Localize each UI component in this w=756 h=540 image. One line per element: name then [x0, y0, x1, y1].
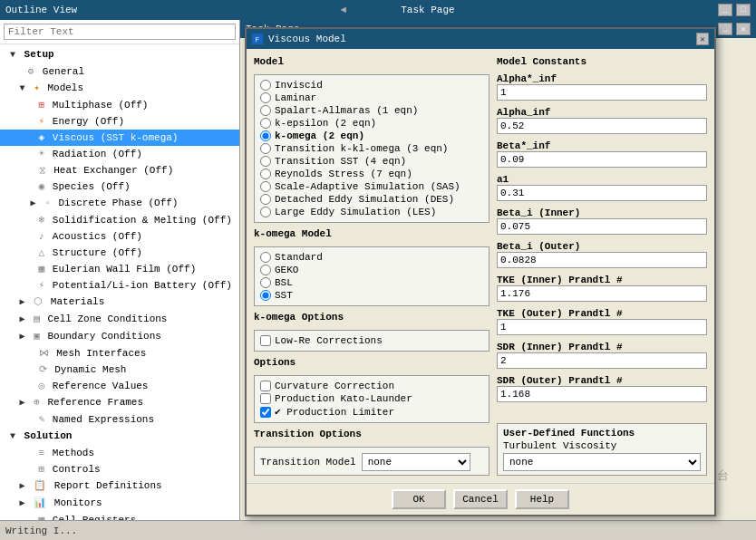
radio-sas[interactable]	[260, 181, 271, 192]
sidebar-item-solidification[interactable]: ❄ Solidification & Melting (Off)	[0, 212, 239, 228]
models-expand-icon: ▼	[17, 82, 28, 96]
sidebar-item-reportdefs[interactable]: ▶ 📋 Report Definitions	[0, 477, 239, 495]
model-radio-transition-sst[interactable]: Transition SST (4 eqn)	[260, 155, 483, 168]
model-radio-spalart[interactable]: Spalart-Allmaras (1 eqn)	[260, 104, 483, 117]
materials-label: Materials	[51, 296, 104, 307]
sidebar-item-discrete[interactable]: ▶ ◦ Discrete Phase (Off)	[0, 195, 239, 212]
option-kato[interactable]: Production Kato-Launder	[260, 392, 483, 405]
task-close-btn[interactable]: ✕	[736, 23, 751, 35]
komega-radio-sst[interactable]: SST	[260, 289, 483, 302]
radio-komega[interactable]	[260, 130, 271, 141]
sidebar-item-boundary[interactable]: ▶ ▣ Boundary Conditions	[0, 328, 239, 345]
transition-model-select[interactable]: none	[362, 453, 470, 471]
sidebar-item-monitors[interactable]: ▶ 📊 Monitors	[0, 495, 239, 512]
radio-transition-sst[interactable]	[260, 156, 271, 167]
sdr-outer-prandtl-input[interactable]	[497, 386, 707, 402]
option-limiter[interactable]: ✔ Production Limiter	[260, 405, 483, 419]
radio-les[interactable]	[260, 207, 271, 217]
komega-model-group: Standard GEKO BSL SST	[254, 246, 489, 306]
sidebar-item-cellregs[interactable]: ▦ Cell Registers	[0, 512, 239, 520]
eulerian-icon: ▦	[39, 264, 45, 275]
model-radio-kepsilon[interactable]: k-epsilon (2 eqn)	[260, 117, 483, 130]
sidebar-item-setup[interactable]: ▼ Setup	[0, 46, 239, 63]
radio-standard[interactable]	[260, 252, 271, 263]
sidebar-item-heatexchanger[interactable]: ⧖ Heat Exchanger (Off)	[0, 162, 239, 178]
model-radio-sas[interactable]: Scale-Adaptive Simulation (SAS)	[260, 180, 483, 193]
sidebar-item-multiphase[interactable]: ⊞ Multiphase (Off)	[0, 97, 239, 113]
sidebar-item-refframes[interactable]: ▶ ⊕ Reference Frames	[0, 394, 239, 411]
sdr-inner-prandtl-input[interactable]	[497, 352, 707, 369]
alpha-star-inf-input[interactable]	[497, 84, 707, 101]
sidebar-item-controls[interactable]: ⊞ Controls	[0, 461, 239, 477]
komega-radio-standard[interactable]: Standard	[260, 251, 483, 264]
modal-title-left: F Viscous Model	[252, 34, 346, 44]
kepsilon-label: k-epsilon (2 eqn)	[275, 118, 376, 129]
radio-bsl[interactable]	[260, 277, 271, 288]
sidebar-item-general[interactable]: ⚙ General	[0, 63, 239, 80]
sidebar-item-species[interactable]: ◉ Species (Off)	[0, 178, 239, 195]
sidebar-item-energy[interactable]: ⚡ Energy (Off)	[0, 113, 239, 130]
sidebar-item-structure[interactable]: △ Structure (Off)	[0, 245, 239, 261]
model-radio-reynolds[interactable]: Reynolds Stress (7 eqn)	[260, 168, 483, 180]
window-minimize-btn[interactable]: _	[718, 4, 732, 16]
komega-radio-geko[interactable]: GEKO	[260, 264, 483, 276]
a1-input[interactable]	[497, 185, 707, 201]
turbulent-viscosity-select[interactable]: none	[503, 453, 701, 471]
radio-kepsilon[interactable]	[260, 118, 271, 129]
komega-radio-bsl[interactable]: BSL	[260, 276, 483, 289]
beta-i-inner-input[interactable]	[497, 218, 707, 235]
radio-des[interactable]	[260, 194, 271, 205]
filter-input[interactable]	[4, 24, 236, 40]
sidebar-item-methods[interactable]: ≡ Methods	[0, 445, 239, 461]
radio-laminar[interactable]	[260, 92, 271, 103]
model-radio-laminar[interactable]: Laminar	[260, 92, 483, 104]
tke-outer-prandtl-input[interactable]	[497, 319, 707, 335]
model-radio-inviscid[interactable]: Inviscid	[260, 79, 483, 92]
sidebar-item-potential[interactable]: ⚡ Potential/Li-ion Battery (Off)	[0, 277, 239, 294]
collapse-arrow[interactable]: ◄	[341, 5, 347, 15]
radio-geko[interactable]	[260, 265, 271, 275]
checkbox-kato[interactable]	[260, 393, 271, 404]
sidebar-item-viscous[interactable]: ◈ Viscous (SST k-omega)	[0, 130, 239, 146]
sidebar-item-reference[interactable]: ◎ Reference Values	[0, 378, 239, 394]
sidebar-item-materials[interactable]: ▶ ⬡ Materials	[0, 294, 239, 311]
model-radio-les[interactable]: Large Eddy Simulation (LES)	[260, 206, 483, 218]
sidebar-item-radiation[interactable]: ☀ Radiation (Off)	[0, 146, 239, 162]
option-lowre[interactable]: Low-Re Corrections	[260, 334, 483, 347]
sidebar-item-namedexpr[interactable]: ✎ Named Expressions	[0, 411, 239, 428]
radio-transition-kklomega[interactable]	[260, 143, 271, 154]
task-minimize-btn[interactable]: _	[718, 23, 732, 35]
sidebar-item-solution[interactable]: ▼ Solution	[0, 428, 239, 445]
refframes-icon: ⊕	[34, 397, 40, 408]
beta-i-outer-input[interactable]	[497, 252, 707, 268]
sidebar-item-models[interactable]: ▼ ✦ Models	[0, 80, 239, 97]
sidebar-item-meshinterfaces[interactable]: ⋈ Mesh Interfaces	[0, 345, 239, 362]
radio-spalart[interactable]	[260, 105, 271, 116]
beta-star-inf-input[interactable]	[497, 151, 707, 168]
cancel-button[interactable]: Cancel	[453, 489, 508, 509]
sidebar-item-eulerian[interactable]: ▦ Eulerian Wall Film (Off)	[0, 261, 239, 277]
window-maximize-btn[interactable]: □	[736, 4, 751, 16]
option-curvature[interactable]: Curvature Correction	[260, 380, 483, 392]
checkbox-limiter[interactable]	[260, 407, 271, 418]
radio-inviscid[interactable]	[260, 80, 271, 91]
controls-icon: ⊞	[39, 464, 45, 475]
outline-panel: ▼ Setup ⚙ General ▼ ✦ Models ⊞	[0, 20, 240, 520]
model-radio-transition-kklomega[interactable]: Transition k-kl-omega (3 eqn)	[260, 142, 483, 155]
tke-inner-prandtl-input[interactable]	[497, 285, 707, 302]
writing-label: Writing I...	[5, 526, 77, 536]
sidebar-item-dynamicmesh[interactable]: ⟳ Dynamic Mesh	[0, 362, 239, 378]
limiter-label: ✔ Production Limiter	[275, 406, 394, 418]
checkbox-curvature[interactable]	[260, 381, 271, 391]
modal-close-button[interactable]: ✕	[696, 33, 709, 45]
alpha-inf-input[interactable]	[497, 118, 707, 134]
radio-reynolds[interactable]	[260, 169, 271, 179]
radio-sst[interactable]	[260, 290, 271, 301]
model-radio-komega[interactable]: k-omega (2 eqn)	[260, 130, 483, 142]
ok-button[interactable]: OK	[392, 489, 446, 509]
help-button[interactable]: Help	[515, 489, 569, 509]
model-radio-des[interactable]: Detached Eddy Simulation (DES)	[260, 193, 483, 206]
checkbox-lowre[interactable]	[260, 335, 271, 346]
sidebar-item-cellzone[interactable]: ▶ ▤ Cell Zone Conditions	[0, 311, 239, 328]
sidebar-item-acoustics[interactable]: ♪ Acoustics (Off)	[0, 228, 239, 245]
